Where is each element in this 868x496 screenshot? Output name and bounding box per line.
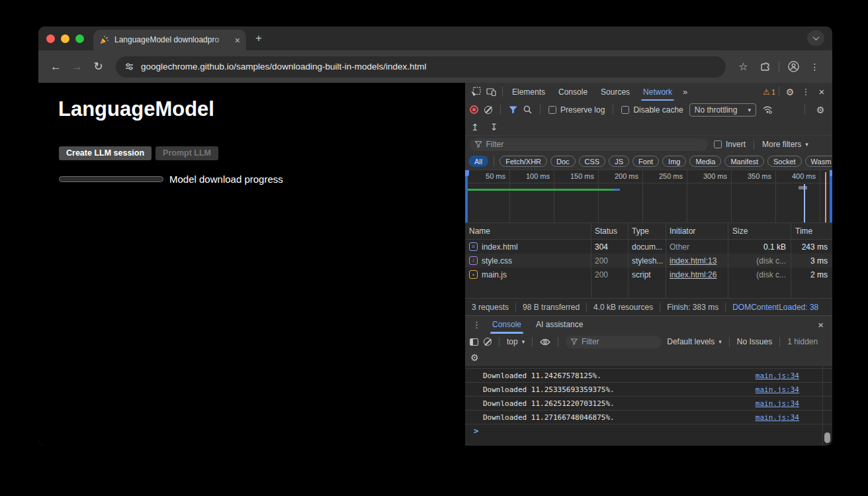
drawer-menu-icon[interactable]: ⋮ [470, 320, 484, 330]
chip-wasm[interactable]: Wasm [805, 156, 832, 167]
chevron-down-icon: ▾ [748, 107, 751, 113]
clear-console-icon[interactable] [484, 338, 492, 346]
window-controls [46, 34, 84, 43]
drawer-tab-console[interactable]: Console [486, 316, 527, 334]
table-row[interactable]: ≡index.html 304 docum... Other 0.1 kB 24… [465, 240, 832, 254]
source-link[interactable]: main.js:34 [756, 385, 799, 394]
clear-network-log-icon[interactable] [484, 106, 492, 114]
disable-cache-checkbox[interactable]: Disable cache [621, 105, 683, 115]
console-scrollbar-thumb[interactable] [824, 432, 830, 443]
tab-elements[interactable]: Elements [506, 83, 551, 101]
console-message[interactable]: Downloaded 11.25335693359375%. main.js:3… [465, 383, 832, 397]
source-link[interactable]: main.js:34 [756, 372, 799, 380]
create-llm-session-button[interactable]: Create LLM session [59, 146, 152, 160]
execution-context-dropdown[interactable]: top▾ [507, 337, 525, 346]
initiator-link[interactable]: index.html:26 [670, 270, 716, 279]
column-header-size[interactable]: Size [728, 226, 791, 236]
invert-checkbox[interactable]: Invert [714, 140, 746, 149]
console-filter-input[interactable] [566, 336, 662, 348]
export-har-icon[interactable]: ↧ [490, 122, 498, 132]
filter-text-field[interactable] [486, 140, 703, 149]
hidden-messages-count[interactable]: 1 hidden [787, 337, 818, 346]
column-divider [791, 223, 791, 298]
timeline-right-handle[interactable] [830, 170, 832, 223]
network-settings-icon[interactable]: ⚙ [813, 103, 828, 117]
throttling-dropdown[interactable]: No throttling▾ [689, 103, 756, 117]
drawer-tab-ai-assistance[interactable]: AI assistance [530, 316, 589, 334]
more-tabs-icon[interactable]: » [679, 87, 691, 97]
close-window-button[interactable] [46, 34, 55, 43]
devtools-settings-icon[interactable]: ⚙ [783, 85, 797, 99]
console-message[interactable]: Downloaded 11.27166748046875%. main.js:3… [465, 411, 832, 424]
devtools-close-icon[interactable]: × [814, 85, 829, 99]
devtools-menu-icon[interactable]: ⋮ [799, 85, 813, 99]
back-button[interactable]: ← [47, 58, 65, 75]
console-filter-field[interactable] [582, 337, 656, 346]
record-network-log-button[interactable] [470, 105, 478, 114]
tab-close-icon[interactable]: × [235, 36, 240, 45]
network-conditions-icon[interactable] [762, 105, 773, 114]
search-icon[interactable] [523, 105, 532, 114]
browser-menu-icon[interactable]: ⋮ [806, 58, 824, 75]
initiator-link[interactable]: index.html:13 [670, 256, 716, 266]
browser-tab[interactable]: LanguageModel downloadpro × [93, 30, 246, 50]
address-bar[interactable]: googlechrome.github.io/samples/downloadi… [116, 56, 726, 77]
console-settings-icon[interactable]: ⚙ [470, 352, 479, 363]
console-message[interactable]: Downloaded 11.26251220703125%. main.js:3… [465, 397, 832, 411]
tab-sources[interactable]: Sources [595, 83, 636, 101]
chip-all[interactable]: All [468, 156, 488, 167]
device-toolbar-icon[interactable] [484, 85, 499, 99]
chip-doc[interactable]: Doc [550, 156, 576, 167]
column-header-status[interactable]: Status [591, 226, 628, 236]
table-row[interactable]: •main.js 200 script index.html:26 (disk … [465, 268, 832, 281]
tab-search-button[interactable] [807, 30, 824, 46]
console-sidebar-toggle-icon[interactable] [470, 338, 478, 346]
issues-counter[interactable]: No Issues [737, 337, 772, 346]
column-header-time[interactable]: Time [791, 226, 832, 236]
column-header-type[interactable]: Type [628, 226, 666, 236]
chip-media[interactable]: Media [689, 156, 721, 167]
chip-manifest[interactable]: Manifest [724, 156, 764, 167]
preserve-log-checkbox[interactable]: Preserve log [548, 105, 605, 115]
source-link[interactable]: main.js:34 [756, 399, 799, 408]
chip-img[interactable]: Img [662, 156, 686, 167]
column-header-name[interactable]: Name [465, 226, 591, 236]
extensions-icon[interactable] [756, 58, 773, 75]
maximize-window-button[interactable] [75, 34, 84, 43]
console-message[interactable]: Downloaded 11.24267578125%. main.js:34 [465, 369, 832, 383]
chip-font[interactable]: Font [632, 156, 659, 167]
divider [660, 303, 660, 312]
tab-strip: LanguageModel downloadpro × + [38, 26, 832, 50]
tab-network[interactable]: Network [637, 83, 678, 101]
filter-funnel-icon[interactable] [509, 106, 517, 114]
profile-avatar-icon[interactable] [785, 58, 803, 75]
divider [754, 140, 754, 150]
column-header-initiator[interactable]: Initiator [666, 226, 728, 236]
network-overview-timeline[interactable]: 50 ms 100 ms 150 ms 200 ms 250 ms 300 ms… [465, 170, 832, 223]
new-tab-button[interactable]: + [255, 32, 262, 45]
timeline-left-handle[interactable] [465, 170, 468, 223]
reload-button[interactable]: ↻ [89, 58, 107, 75]
chip-fetch-xhr[interactable]: Fetch/XHR [499, 156, 547, 167]
checkbox-icon [714, 140, 722, 148]
table-row[interactable]: /style.css 200 stylesh... index.html:13 … [465, 254, 832, 268]
network-filter-input[interactable] [470, 138, 708, 151]
console-prompt[interactable]: > [465, 424, 832, 438]
minimize-window-button[interactable] [61, 34, 69, 43]
inspect-element-icon[interactable] [468, 85, 483, 99]
import-har-icon[interactable]: ↥ [471, 122, 479, 132]
chip-css[interactable]: CSS [579, 156, 606, 167]
log-levels-dropdown[interactable]: Default levels▾ [667, 337, 722, 346]
tab-title: LanguageModel downloadpro [114, 35, 230, 45]
tab-console[interactable]: Console [552, 83, 593, 101]
live-expression-eye-icon[interactable] [540, 338, 550, 346]
chip-js[interactable]: JS [609, 156, 629, 167]
more-filters-dropdown[interactable]: More filters▾ [762, 140, 808, 149]
source-link[interactable]: main.js:34 [756, 413, 799, 422]
bookmark-star-icon[interactable]: ☆ [734, 58, 752, 75]
forward-button[interactable]: → [68, 58, 86, 75]
chip-socket[interactable]: Socket [767, 156, 802, 167]
issues-warning-badge[interactable]: ⚠1 [763, 87, 775, 97]
tick-label: 200 ms [601, 172, 638, 180]
drawer-close-icon[interactable]: × [814, 319, 828, 330]
